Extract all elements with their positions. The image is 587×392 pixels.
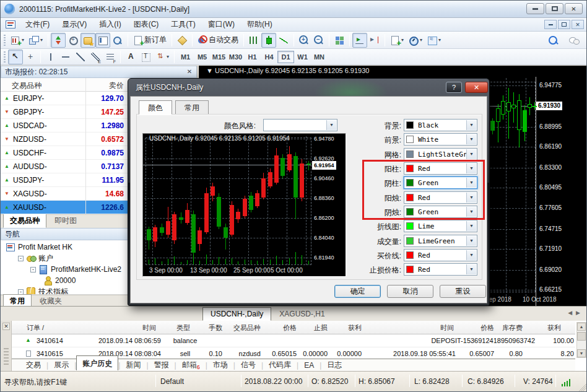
terminal-grip[interactable] — [4, 348, 9, 367]
terminal-row[interactable]: ▲34106142018.09.14 08:06:59balance100.00… — [12, 334, 575, 347]
scrollbar-thumb[interactable] — [577, 332, 586, 341]
timeframe-m1[interactable]: M1 — [177, 51, 194, 63]
chevron-down-icon[interactable]: ▼ — [466, 264, 476, 274]
terminal-tab[interactable]: EA — [298, 361, 320, 370]
color-select-1[interactable]: Black▼ — [404, 119, 477, 131]
chart-tab[interactable]: USDCNH-,Daily — [202, 307, 271, 321]
terminal-tab[interactable]: 警报 — [149, 360, 175, 370]
terminal-tab[interactable]: 交易 — [20, 360, 46, 370]
timeframe-mn[interactable]: MN — [311, 51, 328, 63]
expander-icon[interactable]: - — [30, 267, 36, 272]
chevron-down-icon[interactable]: ▼ — [466, 163, 476, 173]
new-order-button[interactable]: 新订单 — [131, 33, 169, 48]
chevron-down-icon[interactable]: ▼ — [466, 120, 476, 130]
timeframe-h1[interactable]: H1 — [244, 51, 261, 63]
terminal-column-label[interactable]: 止损 — [299, 323, 328, 333]
menu-item[interactable]: 图表(C) — [128, 18, 165, 31]
maximize-button[interactable] — [546, 3, 563, 14]
chevron-down-icon[interactable]: ▼ — [466, 178, 476, 188]
child-restore-button[interactable] — [558, 20, 570, 29]
timeframe-m15[interactable]: M15 — [211, 51, 227, 63]
text-button[interactable] — [123, 50, 138, 64]
column-symbol[interactable]: 交易品种 — [12, 81, 41, 91]
cursor-button[interactable] — [8, 50, 23, 64]
chevron-down-icon[interactable]: ▼ — [466, 134, 476, 144]
periods-button[interactable]: ▾ — [406, 33, 425, 48]
chat-button[interactable] — [567, 33, 581, 48]
scroll-up-icon[interactable]: ▲ — [577, 323, 586, 331]
color-scheme-select[interactable]: ▼ — [263, 119, 337, 131]
reset-button[interactable]: 重设 — [440, 285, 486, 298]
minimize-button[interactable] — [526, 3, 544, 14]
terminal-column-label[interactable]: 价格 — [263, 323, 297, 333]
color-select-7[interactable]: Green▼ — [404, 206, 477, 218]
chevron-down-icon[interactable]: ▼ — [466, 207, 476, 217]
toolbar-grip[interactable] — [4, 51, 6, 63]
terminal-column-label[interactable]: 订单 / — [27, 323, 82, 333]
tab-scroll-arrows[interactable]: ◀▶ — [568, 310, 584, 316]
menu-item[interactable]: 显示(V) — [56, 18, 93, 31]
terminal-column-label[interactable]: 手数 — [193, 323, 222, 333]
toolbar-grip[interactable] — [4, 35, 6, 46]
new-chart-button[interactable]: ▾ — [8, 33, 27, 48]
timeframe-m5[interactable]: M5 — [194, 51, 211, 63]
search-button[interactable] — [546, 33, 560, 48]
horizontal-line-button[interactable] — [58, 50, 73, 64]
market-watch-close-icon[interactable]: ✕ — [185, 68, 194, 76]
arrows-button[interactable]: ▾ — [153, 50, 172, 64]
color-select-10[interactable]: Red▼ — [404, 249, 477, 261]
terminal-tab[interactable]: 日志 — [321, 360, 347, 370]
terminal-column-label[interactable]: 时间 — [98, 323, 156, 333]
data-window-button[interactable] — [66, 33, 80, 48]
child-minimize-button[interactable] — [544, 20, 557, 29]
column-bid[interactable]: 卖价 — [109, 81, 124, 91]
terminal-column-label[interactable]: 交易品种 — [225, 323, 261, 333]
chart-menu-arrow-icon[interactable]: ▼ — [206, 67, 213, 74]
terminal-column-label[interactable]: 时间 — [364, 323, 454, 333]
timeframe-w1[interactable]: W1 — [294, 51, 311, 63]
line-chart-mode-button[interactable] — [276, 33, 291, 48]
close-button[interactable]: ✕ — [565, 3, 583, 14]
text-label-button[interactable] — [138, 50, 153, 64]
terminal-close-icon[interactable]: ✕ — [2, 323, 10, 330]
zoom-in-button[interactable] — [297, 33, 311, 48]
menu-item[interactable]: 插入(I) — [93, 18, 127, 31]
fibonacci-button[interactable] — [103, 50, 118, 64]
timeframe-d1[interactable]: D1 — [277, 51, 294, 63]
tab-common[interactable]: 常用 — [175, 100, 209, 115]
templates-button[interactable]: ▾ — [425, 33, 443, 48]
color-select-9[interactable]: LimeGreen▼ — [404, 235, 477, 247]
vertical-line-button[interactable] — [43, 50, 58, 64]
terminal-tab[interactable]: 展示 — [48, 360, 74, 370]
terminal-toggle-button[interactable] — [95, 33, 110, 48]
market-watch-tab[interactable]: 交易品种 — [3, 214, 46, 228]
profiles-button[interactable]: ▾ — [27, 33, 45, 48]
metaeditor-button[interactable] — [175, 33, 189, 48]
auto-scroll-button[interactable] — [352, 33, 367, 48]
crosshair-button[interactable] — [23, 50, 38, 64]
resize-grip[interactable] — [578, 383, 586, 391]
color-select-6[interactable]: Red▼ — [404, 191, 477, 204]
strategy-tester-button[interactable] — [110, 33, 125, 48]
timeframe-h4[interactable]: H4 — [261, 51, 277, 63]
chevron-down-icon[interactable]: ▼ — [466, 236, 476, 246]
chart-window-icon[interactable] — [6, 20, 15, 28]
ok-button[interactable]: 确定 — [334, 285, 381, 298]
chevron-down-icon[interactable]: ▼ — [466, 149, 476, 159]
terminal-tab[interactable]: 信号 — [235, 360, 261, 370]
menu-item[interactable]: 文件(F) — [19, 18, 56, 31]
child-close-button[interactable]: ✕ — [572, 20, 584, 29]
scroll-down-icon[interactable]: ▼ — [577, 349, 586, 357]
terminal-column-label[interactable]: 价格 — [456, 323, 494, 333]
candle-chart-mode-button[interactable] — [261, 33, 276, 48]
dialog-close-button[interactable]: ✕ — [465, 82, 488, 93]
terminal-tab[interactable]: 账户历史 — [76, 355, 118, 370]
color-select-2[interactable]: White▼ — [404, 133, 477, 146]
chevron-down-icon[interactable]: ▼ — [466, 193, 476, 203]
market-watch-tab[interactable]: 即时图 — [48, 214, 84, 228]
auto-trading-button[interactable]: 自动交易 — [195, 33, 241, 48]
cancel-button[interactable]: 取消 — [387, 285, 433, 298]
menu-item[interactable]: 帮助(H) — [241, 18, 279, 31]
indicators-button[interactable]: ▾ — [388, 33, 406, 48]
terminal-column-label[interactable]: 获利 — [525, 323, 561, 333]
